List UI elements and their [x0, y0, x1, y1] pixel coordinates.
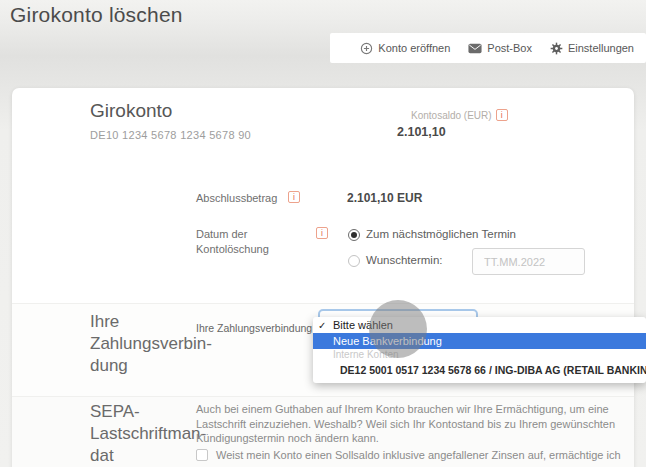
radio-wish-date[interactable]	[348, 255, 360, 267]
info-icon[interactable]: i	[288, 191, 300, 203]
balance-label-row: Kontosaldo (EUR) i	[411, 109, 508, 121]
account-iban: DE10 1234 5678 1234 5678 90	[90, 129, 251, 141]
postbox-label: Post-Box	[487, 42, 532, 54]
sepa-section: SEPA- Lastschriftman- dat Auch bei einem…	[12, 396, 634, 467]
dropdown-option-iban[interactable]: DE12 5001 0517 1234 5678 66 / ING-DIBA A…	[313, 361, 646, 380]
balance-value: 2.101,10	[397, 125, 446, 139]
deletion-date-label: Datum der Kontolöschung	[196, 227, 269, 257]
sepa-checkbox[interactable]	[196, 449, 208, 461]
sepa-section-heading: SEPA- Lastschriftman- dat	[90, 401, 206, 467]
page-title: Girokonto löschen	[10, 3, 183, 27]
radio-next-possible-term[interactable]	[348, 229, 360, 241]
wish-date-input[interactable]	[472, 248, 585, 275]
radio-next-possible-term-label: Zum nächstmöglichen Termin	[366, 228, 516, 240]
sepa-description: Auch bei einem Guthaben auf Ihrem Konto …	[196, 402, 640, 446]
payment-dropdown-panel: ✓ Bitte wählen Neue Bankverbindung Inter…	[313, 317, 646, 383]
dropdown-group-interne-konten: Interne Konten	[313, 349, 646, 361]
closing-amount-label: Abschlussbetrag	[196, 192, 277, 204]
dropdown-option-label: Bitte wählen	[333, 319, 393, 331]
info-icon[interactable]: i	[316, 227, 328, 239]
account-name: Girokonto	[90, 100, 172, 122]
info-icon[interactable]: i	[496, 109, 508, 121]
sepa-checkbox-label: Weist mein Konto einen Sollsaldo inklusi…	[216, 448, 621, 462]
radio-wish-date-label: Wunschtermin:	[366, 254, 442, 266]
open-account-button[interactable]: Konto eröffnen	[360, 42, 450, 55]
settings-button[interactable]: Einstellungen	[550, 42, 634, 55]
radio-dot	[351, 232, 357, 238]
payment-section-heading: Ihre Zahlungsverbin- dung	[90, 311, 212, 377]
payment-field-label: Ihre Zahlungsverbindung	[196, 322, 312, 334]
closing-amount-value: 2.101,10 EUR	[347, 191, 422, 205]
dropdown-option-neue-bankverbindung[interactable]: Neue Bankverbindung	[313, 333, 646, 349]
toolbar: Konto eröffnen Post-Box Einstellungen	[330, 33, 646, 63]
envelope-icon	[468, 43, 482, 54]
plus-circle-icon	[360, 42, 373, 55]
open-account-label: Konto eröffnen	[378, 42, 450, 54]
check-icon: ✓	[318, 320, 327, 331]
account-card: Girokonto DE10 1234 5678 1234 5678 90 Ko…	[12, 88, 634, 467]
settings-label: Einstellungen	[568, 42, 634, 54]
balance-label: Kontosaldo (EUR)	[411, 110, 492, 121]
sepa-checkbox-row: Weist mein Konto einen Sollsaldo inklusi…	[196, 448, 640, 462]
gear-icon	[550, 42, 563, 55]
postbox-button[interactable]: Post-Box	[468, 42, 532, 54]
dropdown-option-bitte-waehlen[interactable]: ✓ Bitte wählen	[313, 317, 646, 333]
